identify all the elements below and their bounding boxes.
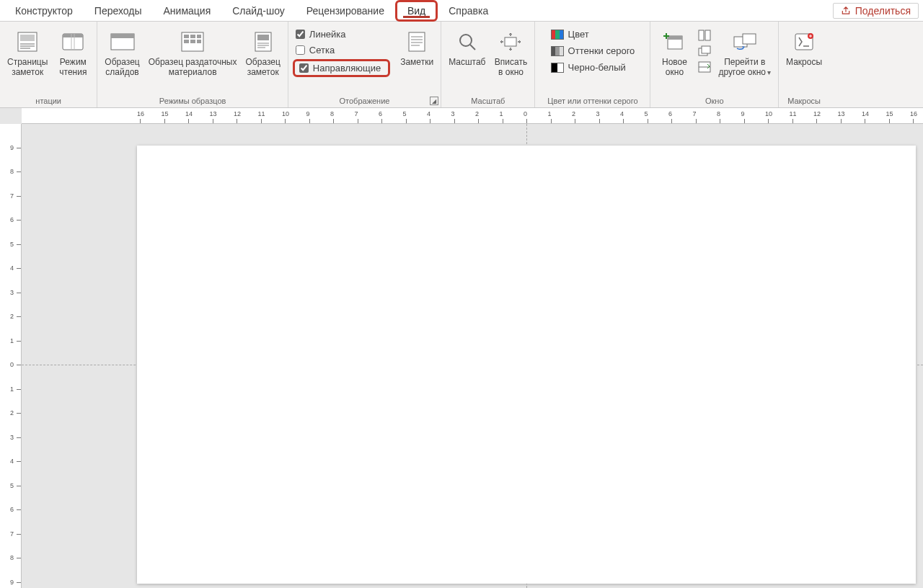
- share-label: Поделиться: [855, 5, 911, 17]
- group-macros-label: Макросы: [783, 95, 825, 107]
- zoom-label: Масштаб: [449, 58, 485, 68]
- ruler-checkbox[interactable]: Линейка: [293, 27, 390, 41]
- tab-view[interactable]: Вид: [395, 0, 438, 22]
- notes-master-icon: [250, 29, 276, 55]
- svg-rect-30: [668, 36, 682, 40]
- macros-button[interactable]: Макросы: [783, 24, 825, 69]
- color-mode-button[interactable]: Цвет: [548, 27, 638, 41]
- group-master-label: Режимы образцов: [102, 95, 283, 107]
- slide[interactable]: [137, 146, 916, 584]
- zoom-icon: [454, 29, 480, 55]
- grayscale-swatch-icon: [551, 46, 564, 56]
- grayscale-mode-button[interactable]: Оттенки серого: [548, 44, 638, 58]
- macros-icon: [791, 29, 817, 55]
- svg-rect-31: [699, 30, 704, 40]
- tab-help[interactable]: Справка: [438, 1, 499, 19]
- notes-pages-icon: [14, 29, 40, 55]
- svg-line-27: [470, 45, 475, 50]
- ruler-checkbox-input[interactable]: [296, 30, 305, 39]
- bw-mode-label: Черно-белый: [568, 62, 626, 73]
- slide-master-button[interactable]: Образецслайдов: [102, 24, 142, 79]
- slide-master-icon: [110, 29, 136, 55]
- workspace: 1615141312111098765432101234567891011121…: [0, 108, 923, 588]
- group-color-label: Цвет или оттенки серого: [539, 95, 645, 107]
- guides-label: Направляющие: [313, 63, 381, 74]
- share-button[interactable]: Поделиться: [833, 3, 919, 19]
- tab-slideshow[interactable]: Слайд-шоу: [221, 1, 296, 19]
- group-window-label: Окно: [655, 95, 774, 107]
- switch-window-button[interactable]: Перейти вдругое окно▾: [715, 24, 774, 79]
- handout-master-icon: [180, 29, 206, 55]
- switch-l2: другое окно: [718, 67, 766, 77]
- new-window-button[interactable]: Новоеокно: [655, 24, 694, 79]
- tabs-row: Конструктор Переходы Анимация Слайд-шоу …: [0, 0, 923, 22]
- arrange-all-button[interactable]: [697, 27, 712, 43]
- color-swatch-icon: [551, 30, 564, 40]
- svg-rect-6: [63, 34, 83, 37]
- svg-rect-32: [705, 30, 710, 40]
- notes-pages-l2: заметок: [12, 67, 43, 77]
- vertical-ruler[interactable]: 9876543210123456789: [0, 124, 22, 588]
- svg-rect-15: [197, 40, 201, 43]
- notes-master-button[interactable]: Образецзаметок: [243, 24, 283, 79]
- fit-l1: Вписать: [495, 57, 527, 67]
- new-window-l1: Новое: [662, 57, 687, 67]
- slide-master-l2: слайдов: [105, 67, 138, 77]
- notes-pane-button[interactable]: Заметки: [397, 24, 436, 69]
- group-presentation-views: Страницызаметок Режимчтения нтации: [0, 22, 97, 107]
- notes-master-l2: заметок: [247, 67, 279, 77]
- switch-l1: Перейти в: [724, 57, 765, 67]
- svg-rect-1: [20, 35, 35, 41]
- fit-window-icon: [498, 29, 524, 55]
- switch-window-icon: [732, 29, 758, 55]
- tab-designer[interactable]: Конструктор: [4, 1, 84, 19]
- group-macros: Макросы Макросы: [779, 22, 829, 107]
- group-zoom: Масштаб Вписатьв окно Масштаб: [441, 22, 535, 107]
- show-dialog-launcher[interactable]: ◢: [430, 97, 438, 105]
- group-color: Цвет Оттенки серого Черно-белый Цвет или…: [535, 22, 650, 107]
- svg-rect-13: [184, 40, 189, 43]
- new-window-icon: [661, 29, 687, 55]
- tab-animation[interactable]: Анимация: [153, 1, 222, 19]
- new-window-l2: окно: [666, 67, 684, 77]
- chevron-down-icon: ▾: [767, 68, 771, 76]
- svg-rect-21: [409, 32, 425, 51]
- slide-master-l1: Образец: [105, 57, 139, 67]
- grid-label: Сетка: [309, 45, 335, 55]
- guides-checkbox[interactable]: Направляющие: [296, 61, 384, 75]
- svg-rect-10: [184, 35, 189, 38]
- svg-point-26: [460, 35, 472, 46]
- slide-canvas-area[interactable]: [22, 124, 923, 588]
- grid-checkbox-input[interactable]: [296, 45, 305, 55]
- cascade-button[interactable]: [697, 43, 712, 59]
- bw-mode-button[interactable]: Черно-белый: [548, 61, 638, 74]
- ruler-label: Линейка: [309, 29, 346, 40]
- ribbon: Страницызаметок Режимчтения нтации Образ…: [0, 22, 923, 108]
- tab-review[interactable]: Рецензирование: [296, 1, 395, 19]
- macros-label: Макросы: [786, 58, 822, 68]
- notes-pane-icon: [404, 29, 430, 55]
- group-zoom-label: Масштаб: [446, 95, 530, 107]
- handout-master-button[interactable]: Образец раздаточныхматериалов: [146, 24, 240, 79]
- guides-checkbox-input[interactable]: [299, 63, 309, 73]
- reading-view-l1: Режим: [60, 57, 87, 67]
- zoom-button[interactable]: Масштаб: [446, 24, 488, 69]
- group-presentation-label: нтации: [4, 95, 92, 107]
- handout-master-l2: материалов: [169, 67, 217, 77]
- notes-pages-button[interactable]: Страницызаметок: [4, 24, 50, 79]
- notes-master-l1: Образец: [246, 57, 281, 67]
- fit-l2: в окно: [498, 67, 524, 77]
- reading-view-button[interactable]: Режимчтения: [53, 24, 92, 79]
- grid-checkbox[interactable]: Сетка: [293, 43, 390, 57]
- handout-master-l1: Образец раздаточных: [149, 57, 237, 67]
- reading-view-icon: [60, 29, 86, 55]
- grayscale-mode-label: Оттенки серого: [568, 45, 635, 56]
- group-show: Линейка Сетка Направляющие Заметки: [288, 22, 441, 107]
- horizontal-ruler[interactable]: 1615141312111098765432101234567891011121…: [22, 108, 923, 124]
- bw-swatch-icon: [551, 63, 564, 73]
- svg-rect-38: [743, 34, 756, 44]
- svg-rect-8: [111, 34, 134, 38]
- fit-window-button[interactable]: Вписатьв окно: [491, 24, 530, 79]
- tab-transitions[interactable]: Переходы: [84, 1, 153, 19]
- move-split-button[interactable]: [697, 59, 712, 75]
